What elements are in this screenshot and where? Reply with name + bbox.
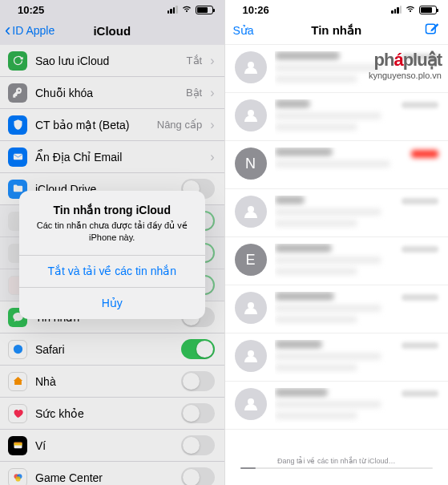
svg-point-14: [248, 398, 254, 405]
alert-message: Các tin nhắn chưa được tải đầy đủ về iPh…: [30, 220, 194, 244]
svg-point-10: [248, 110, 254, 116]
alert-dialog: Tin nhắn trong iCloud Các tin nhắn chưa …: [19, 191, 205, 319]
avatar: [235, 388, 267, 420]
timestamp: [402, 54, 438, 60]
timestamp: [402, 342, 438, 349]
svg-point-9: [248, 62, 254, 68]
status-icons: [391, 4, 437, 16]
alert-cancel-button[interactable]: Hủy: [19, 287, 205, 319]
avatar-letter: N: [235, 148, 267, 180]
conversation-list[interactable]: N E: [225, 45, 449, 430]
timestamp: [402, 294, 438, 301]
alert-title: Tin nhắn trong iCloud: [30, 204, 194, 216]
avatar: [235, 196, 267, 228]
unread-badge: [411, 150, 438, 158]
alert-primary-button[interactable]: Tắt và tải về các tin nhắn: [19, 255, 205, 287]
avatar: [235, 51, 267, 83]
timestamp: [402, 390, 438, 397]
svg-point-12: [248, 302, 254, 309]
battery-icon: [419, 6, 437, 14]
compose-icon: [424, 21, 440, 37]
settings-screen: 10:25 ‹ ID Apple iCloud Sao lưu iCloud T…: [0, 0, 224, 485]
nav-title: Tin nhắn: [311, 23, 361, 38]
status-time: 10:26: [243, 4, 269, 16]
timestamp: [402, 246, 438, 253]
conversation-row[interactable]: [225, 189, 449, 237]
avatar: [235, 340, 267, 372]
conversation-row[interactable]: E: [225, 237, 449, 285]
timestamp: [402, 102, 438, 108]
nav-bar: Sửa Tin nhắn: [225, 16, 449, 45]
loading-text: Đang tải về các tin nhắn từ iCloud…: [240, 457, 433, 465]
avatar: [235, 99, 267, 131]
conversation-row[interactable]: N: [225, 141, 449, 189]
conversation-row[interactable]: [225, 45, 449, 93]
avatar-letter: E: [235, 244, 267, 276]
avatar: [235, 292, 267, 324]
loading-indicator: Đang tải về các tin nhắn từ iCloud…: [240, 457, 433, 469]
timestamp: [402, 198, 438, 204]
conversation-row[interactable]: [225, 285, 449, 333]
conversation-row[interactable]: [225, 93, 449, 141]
conversation-row[interactable]: [225, 333, 449, 382]
svg-point-11: [248, 206, 254, 212]
messages-screen: 10:26 Sửa Tin nhắn N: [224, 0, 449, 485]
cellular-icon: [391, 6, 402, 14]
conversation-row[interactable]: [225, 382, 449, 430]
status-bar: 10:26: [225, 0, 449, 16]
wifi-icon: [405, 4, 416, 16]
edit-button[interactable]: Sửa: [233, 24, 254, 37]
svg-point-13: [248, 350, 254, 357]
compose-button[interactable]: [424, 21, 440, 40]
progress-bar: [240, 467, 433, 469]
